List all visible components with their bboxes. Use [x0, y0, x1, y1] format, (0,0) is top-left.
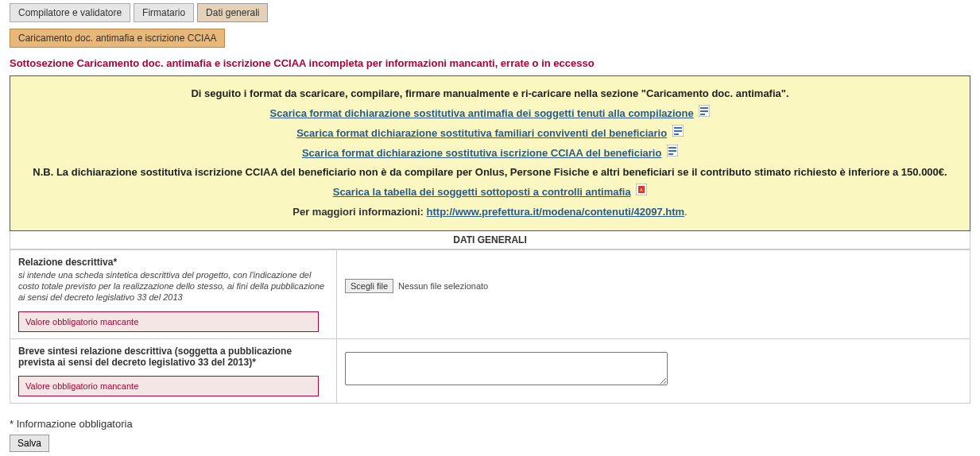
svg-rect-11 — [668, 153, 673, 155]
file-status-text: Nessun file selezionato — [398, 281, 488, 291]
error-box-breve: Valore obbligatorio mancante — [18, 376, 319, 396]
tab-signer[interactable]: Firmatario — [134, 3, 194, 22]
download-link-familiari[interactable]: Scarica format dichiarazione sostitutiva… — [296, 127, 667, 139]
word-doc-icon — [667, 144, 678, 164]
warning-message: Sottosezione Caricamento doc. antimafia … — [10, 57, 970, 69]
word-doc-icon — [699, 104, 710, 124]
error-box-relazione: Valore obbligatorio mancante — [18, 311, 319, 332]
svg-rect-3 — [700, 114, 705, 115]
choose-file-button[interactable]: Scegli file — [345, 279, 393, 293]
pdf-icon: A — [636, 183, 647, 203]
svg-rect-2 — [700, 110, 708, 112]
table-row: Breve sintesi relazione descrittiva (sog… — [10, 338, 970, 403]
tab-compiler[interactable]: Compilatore e validatore — [10, 3, 130, 22]
subtab-caricamento[interactable]: Caricamento doc. antimafia e iscrizione … — [10, 29, 225, 48]
download-link-antimafia-soggetti[interactable]: Scarica format dichiarazione sostitutiva… — [270, 107, 694, 119]
required-note: * Informazione obbligatoria — [10, 418, 970, 430]
table-row: Relazione descrittiva* si intende una sc… — [10, 249, 970, 338]
svg-rect-1 — [700, 107, 708, 109]
form-table: Relazione descrittiva* si intende una sc… — [10, 249, 970, 404]
svg-rect-7 — [674, 133, 679, 135]
info-nb: N.B. La dichiarazione sostitutiva iscriz… — [21, 163, 959, 183]
tab-general[interactable]: Dati generali — [197, 3, 268, 22]
download-link-cciaa[interactable]: Scarica format dichiarazione sostitutiva… — [302, 147, 661, 159]
tab-row-secondary: Caricamento doc. antimafia e iscrizione … — [10, 29, 970, 48]
svg-rect-9 — [668, 147, 676, 149]
brief-textarea[interactable] — [345, 352, 668, 385]
field-label-breve: Breve sintesi relazione descrittiva (sog… — [18, 346, 328, 368]
save-button[interactable]: Salva — [10, 435, 49, 452]
info-more-link[interactable]: http://www.prefettura.it/modena/contenut… — [427, 206, 685, 218]
svg-rect-10 — [668, 150, 676, 152]
section-title-dati-generali: DATI GENERALI — [10, 231, 970, 249]
download-link-tabella[interactable]: Scarica la tabella dei soggetti sottopos… — [333, 186, 631, 198]
info-more-label: Per maggiori informazioni: — [292, 206, 426, 218]
info-more-suffix: . — [684, 206, 688, 218]
field-label-relazione: Relazione descrittiva* — [18, 257, 328, 268]
file-input-row: Scegli file Nessun file selezionato — [345, 279, 962, 293]
word-doc-icon — [672, 124, 684, 144]
svg-rect-5 — [674, 127, 682, 129]
info-intro: Di seguito i format da scaricare, compil… — [21, 84, 959, 104]
svg-rect-6 — [674, 130, 682, 132]
field-desc-relazione: si intende una scheda sintetica descritt… — [18, 269, 328, 303]
tab-row-primary: Compilatore e validatore Firmatario Dati… — [10, 3, 970, 22]
info-box: Di seguito i format da scaricare, compil… — [10, 75, 970, 231]
